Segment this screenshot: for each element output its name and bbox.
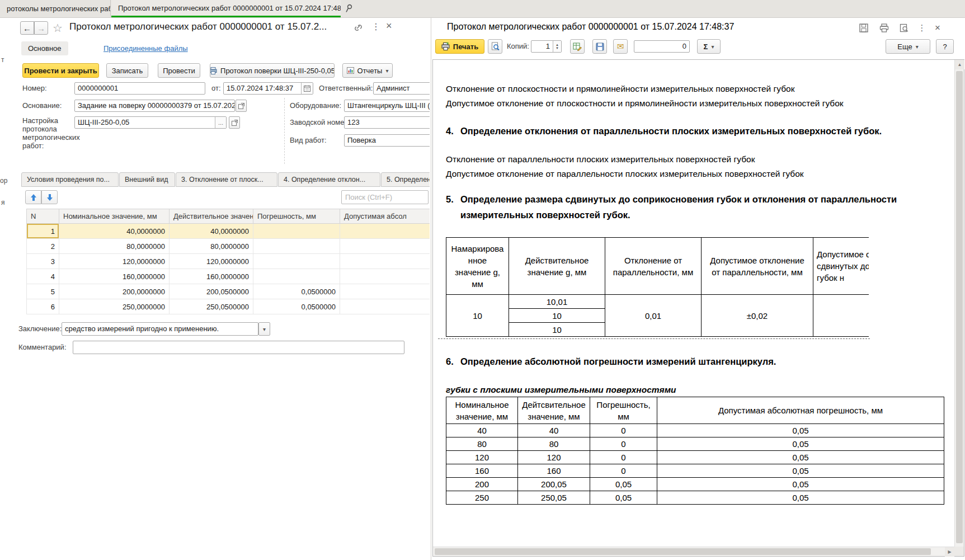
write-button[interactable]: Записать	[106, 63, 148, 78]
post-and-close-button[interactable]: Провести и закрыть	[22, 63, 99, 78]
nav-link-attached-files[interactable]: Присоединенные файлы	[103, 41, 188, 55]
serial-number-field[interactable]: 123	[344, 116, 430, 129]
cell-error[interactable]: 0,0500000	[253, 299, 340, 314]
conclusion-dropdown-button[interactable]: ▾	[258, 322, 270, 336]
more-actions-button[interactable]: Еще ▾	[886, 39, 930, 54]
cell-nominal[interactable]: 120,0000000	[59, 254, 170, 269]
grid-tab-conditions[interactable]: Условия проведения по...	[21, 172, 119, 187]
document-viewport[interactable]: Отклонение от плоскостности и прямолиней…	[434, 60, 954, 546]
vertical-scroll-thumb[interactable]	[956, 71, 963, 543]
page-preview-icon[interactable]	[488, 39, 502, 54]
cell-error[interactable]	[253, 269, 340, 284]
horizontal-scroll-thumb[interactable]	[435, 548, 931, 555]
pin-icon[interactable]	[345, 4, 354, 13]
cell-nominal[interactable]: 160,0000000	[59, 269, 170, 284]
favorite-star-icon[interactable]: ☆	[53, 21, 63, 35]
table-row[interactable]: 4 160,0000000 160,0000000	[27, 269, 430, 284]
cell-error[interactable]	[253, 254, 340, 269]
table-row[interactable]: 6 250,0000000 250,0500000 0,0500000	[27, 299, 430, 314]
cell-nominal[interactable]: 250,0000000	[59, 299, 170, 314]
table-row[interactable]: 1 40,0000000 40,0000000	[27, 224, 430, 239]
counter-field[interactable]: 0	[634, 40, 690, 53]
column-header[interactable]: Номинальное значение, мм	[59, 209, 170, 224]
spin-down-icon[interactable]: ▾	[556, 46, 558, 50]
edit-table-icon[interactable]	[570, 39, 585, 54]
cell-allowed[interactable]	[340, 239, 430, 254]
close-icon[interactable]: ×	[931, 22, 944, 34]
grid-tab-flatness[interactable]: 3. Отклонение от плоск...	[176, 172, 277, 187]
comment-input[interactable]	[73, 341, 404, 354]
cell-error[interactable]	[253, 224, 340, 239]
forward-button[interactable]: →	[34, 21, 48, 35]
reports-button[interactable]: Отчеты ▾	[342, 63, 393, 78]
column-header[interactable]: Допустимая абсол	[340, 209, 430, 224]
more-icon[interactable]: ⋮	[916, 22, 928, 34]
open-settings-icon[interactable]	[229, 116, 240, 129]
cell-nominal[interactable]: 40,0000000	[59, 224, 170, 239]
move-row-up-button[interactable]	[25, 190, 41, 204]
cell-allowed[interactable]	[340, 284, 430, 299]
equipment-field[interactable]: Штангенциркуль ШЦ-III (0-250-0	[344, 100, 430, 112]
cell-error[interactable]: 0,0500000	[253, 284, 340, 299]
cell-n[interactable]: 2	[27, 239, 59, 254]
cell-actual[interactable]: 160,0000000	[170, 269, 253, 284]
close-icon[interactable]: ×	[386, 20, 392, 32]
protocol-settings-field[interactable]: ШЦ-III-250-0,05 ...	[74, 116, 227, 129]
cell-allowed[interactable]	[340, 299, 430, 314]
search-input[interactable]	[341, 190, 429, 204]
print-icon[interactable]	[878, 22, 890, 34]
column-header[interactable]: N	[27, 209, 59, 224]
cell-nominal[interactable]: 200,0000000	[59, 284, 170, 299]
cell-nominal[interactable]: 80,0000000	[59, 239, 170, 254]
copy-link-icon[interactable]	[354, 23, 363, 32]
cell-error[interactable]	[253, 239, 340, 254]
sum-button[interactable]: Σ ▾	[697, 39, 721, 54]
print-protocol-button[interactable]: Протокол поверки ШЦ-III-250-0,05	[210, 63, 335, 78]
column-header[interactable]: Погрешность, мм	[253, 209, 340, 224]
tab-protocols-list[interactable]: ротоколы метрологических работ ×	[0, 0, 111, 17]
back-button[interactable]: ←	[20, 21, 34, 35]
table-row[interactable]: 5 200,0000000 200,0500000 0,0500000	[27, 284, 430, 299]
cell-allowed[interactable]	[340, 269, 430, 284]
save-icon[interactable]	[858, 22, 870, 34]
more-icon[interactable]: ⋮	[371, 21, 380, 32]
cell-n[interactable]: 5	[27, 284, 59, 299]
save-file-icon[interactable]	[592, 39, 607, 54]
scroll-right-icon[interactable]: ▶	[945, 547, 954, 557]
help-button[interactable]: ?	[936, 39, 954, 54]
conclusion-combobox[interactable]: средство измерений пригодно к применению…	[62, 322, 258, 336]
cell-n[interactable]: 3	[27, 254, 59, 269]
nav-tab-main[interactable]: Основное	[21, 41, 68, 55]
work-type-field[interactable]: Поверка	[344, 134, 430, 147]
cell-actual[interactable]: 250,0500000	[170, 299, 253, 314]
table-row[interactable]: 2 80,0000000 80,0000000	[27, 239, 430, 254]
cell-n[interactable]: 6	[27, 299, 59, 314]
cell-actual[interactable]: 40,0000000	[170, 224, 253, 239]
grid-tab-appearance[interactable]: Внешний вид	[119, 172, 175, 187]
open-basis-icon[interactable]	[236, 100, 247, 112]
grid-tab-parallelism[interactable]: 4. Определение отклон...	[278, 172, 380, 187]
cell-n[interactable]: 1	[27, 224, 59, 239]
cell-actual[interactable]: 120,0000000	[170, 254, 253, 269]
cell-actual[interactable]: 200,0500000	[170, 284, 253, 299]
date-field[interactable]: 15.07.2024 17:48:37	[223, 82, 313, 95]
move-row-down-button[interactable]	[41, 190, 58, 204]
basis-field[interactable]: Задание на поверку 00000000379 от 15.07.…	[74, 100, 235, 112]
cell-n[interactable]: 4	[27, 269, 59, 284]
cell-allowed[interactable]	[340, 224, 430, 239]
table-row[interactable]: 3 120,0000000 120,0000000	[27, 254, 430, 269]
column-header[interactable]: Действительное значение, мм	[170, 209, 253, 224]
scroll-up-icon[interactable]: ▲	[955, 60, 964, 69]
cell-actual[interactable]: 80,0000000	[170, 239, 253, 254]
copies-spinner[interactable]: 1 ▴▾	[531, 40, 562, 53]
responsible-field[interactable]: Админист	[373, 82, 430, 95]
grid-tab-size[interactable]: 5. Определение ра	[381, 172, 430, 187]
tab-protocol-document[interactable]: Протокол метрологических работ 000000000…	[111, 0, 341, 17]
print-button[interactable]: Печать	[435, 39, 484, 54]
post-button[interactable]: Провести	[158, 63, 200, 78]
email-icon[interactable]: ✉	[613, 39, 628, 54]
horizontal-scrollbar[interactable]: ▶	[433, 547, 954, 556]
calendar-icon[interactable]	[301, 83, 313, 94]
choose-icon[interactable]: ...	[215, 117, 226, 128]
vertical-scrollbar[interactable]: ▲	[954, 60, 964, 547]
